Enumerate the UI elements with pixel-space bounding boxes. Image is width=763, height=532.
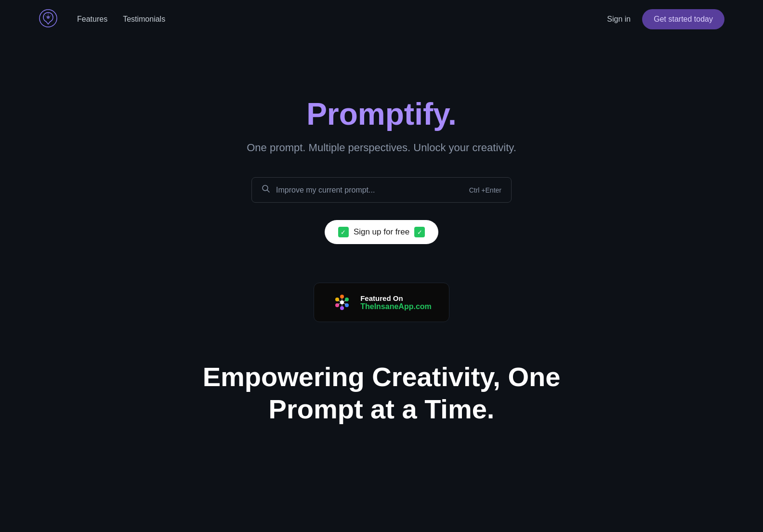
- nav-right: Sign in Get started today: [607, 9, 724, 29]
- get-started-button[interactable]: Get started today: [642, 9, 724, 29]
- featured-text: Featured On TheInsaneApp.com: [360, 294, 432, 311]
- search-bar: Ctrl +Enter: [251, 177, 512, 203]
- hero-title: Promptify.: [306, 96, 457, 132]
- hero-section: Promptify. One prompt. Multiple perspect…: [0, 39, 763, 454]
- signup-label: Sign up for free: [354, 227, 409, 237]
- sign-in-button[interactable]: Sign in: [607, 15, 631, 24]
- nav-left: Features Testimonials: [39, 9, 165, 30]
- logo[interactable]: [39, 9, 58, 30]
- svg-point-8: [340, 295, 344, 298]
- featured-icon: [331, 292, 353, 313]
- svg-line-2: [45, 15, 47, 17]
- signup-button[interactable]: ✓ Sign up for free ✓: [325, 220, 438, 244]
- check-badge-right: ✓: [414, 227, 425, 237]
- hero-subtitle: One prompt. Multiple perspectives. Unloc…: [247, 142, 516, 154]
- navbar: Features Testimonials Sign in Get starte…: [0, 0, 763, 39]
- nav-link-features[interactable]: Features: [77, 15, 107, 24]
- check-badge-left: ✓: [338, 227, 349, 237]
- svg-line-3: [49, 15, 51, 17]
- search-shortcut: Ctrl +Enter: [469, 186, 501, 194]
- featured-label: Featured On: [360, 294, 432, 302]
- search-input[interactable]: [276, 186, 463, 195]
- featured-badge[interactable]: Featured On TheInsaneApp.com: [314, 283, 449, 322]
- nav-links: Features Testimonials: [77, 15, 165, 24]
- svg-point-11: [340, 306, 344, 310]
- featured-link[interactable]: TheInsaneApp.com: [360, 302, 432, 311]
- nav-link-testimonials[interactable]: Testimonials: [123, 15, 165, 24]
- section-title: Empowering Creativity, One Prompt at a T…: [106, 361, 657, 425]
- search-icon: [262, 184, 270, 195]
- svg-line-6: [267, 190, 270, 193]
